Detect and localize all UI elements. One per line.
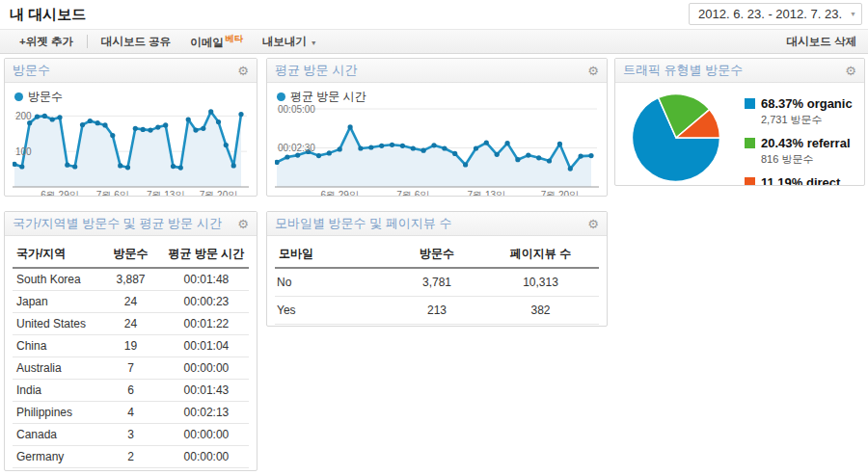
chevron-down-icon: ▼ xyxy=(311,40,317,46)
export-label: 내보내기 xyxy=(262,36,307,47)
country-table: 국가/지역방문수평균 방문 시간South Korea3,88700:01:48… xyxy=(13,240,249,471)
table-row: United States2400:01:22 xyxy=(13,313,249,335)
gear-icon[interactable]: ⚙ xyxy=(587,218,599,230)
table-cell: Philippines xyxy=(13,402,97,424)
table-row: Australia700:00:00 xyxy=(13,357,249,380)
email-label: 이메일 xyxy=(190,37,224,48)
widget-mobile-table: 모바일별 방문수 및 페이지뷰 수 ⚙ 모바일방문수페이지뷰 수No3,7811… xyxy=(266,211,608,327)
table-cell: 00:01:04 xyxy=(164,335,249,357)
date-range-text: 2012. 6. 23. - 2012. 7. 23. xyxy=(698,7,842,21)
widget-title: 평균 방문 시간 xyxy=(275,62,357,79)
table-cell: Australia xyxy=(13,357,97,380)
table-cell: 3,887 xyxy=(97,268,164,291)
share-dashboard-button[interactable]: 대시보드 공유 xyxy=(92,35,180,49)
table-cell: India xyxy=(13,380,97,402)
table-row: Canada300:00:00 xyxy=(13,424,249,446)
beta-badge: 베타 xyxy=(226,34,243,43)
table-wrap: 모바일방문수페이지뷰 수No3,78110,313Yes213382 xyxy=(267,236,607,325)
widget-header: 모바일별 방문수 및 페이지뷰 수 ⚙ xyxy=(267,212,607,236)
legend-swatch-icon xyxy=(745,98,755,109)
export-button[interactable]: 내보내기▼ xyxy=(253,35,327,49)
column-header: 페이지뷰 수 xyxy=(482,240,599,268)
widget-title: 국가/지역별 방문수 및 평균 방문 시간 xyxy=(13,215,222,232)
table-cell: 00:02:13 xyxy=(164,402,249,424)
widget-title: 트래픽 유형별 방문수 xyxy=(623,62,743,79)
svg-text:200: 200 xyxy=(15,111,32,121)
gear-icon[interactable]: ⚙ xyxy=(237,65,249,77)
table-cell: 213 xyxy=(392,297,482,325)
chevron-down-icon: ▼ xyxy=(850,11,856,17)
table-cell: 00:00:00 xyxy=(164,468,249,472)
table-cell: 00:00:00 xyxy=(164,357,249,380)
table-cell: Yes xyxy=(275,297,392,325)
legend-count: 2,731 방문수 xyxy=(761,113,853,127)
widget-header: 트래픽 유형별 방문수 ⚙ xyxy=(615,59,864,83)
pie-body: 68.37% organic2,731 방문수20.43% referral81… xyxy=(615,83,864,186)
table-cell: 3 xyxy=(97,424,164,446)
table-cell: 24 xyxy=(97,313,164,335)
table-cell: Germany xyxy=(13,446,97,468)
widget-title: 방문수 xyxy=(13,62,50,79)
table-cell: 24 xyxy=(97,291,164,313)
column-header: 국가/지역 xyxy=(13,240,97,268)
table-cell: 00:00:00 xyxy=(164,424,249,446)
chart-legend: 평균 방문 시간 xyxy=(277,89,599,104)
traffic-pie-chart[interactable] xyxy=(631,92,721,183)
widget-avg-duration: 평균 방문 시간 ⚙ 평균 방문 시간 00:02:3000:05:006월 2… xyxy=(266,58,608,197)
dashboard-toolbar: +위젯 추가 대시보드 공유 이메일베타 내보내기▼ 대시보드 삭제 xyxy=(0,29,868,54)
gear-icon[interactable]: ⚙ xyxy=(587,65,599,77)
chart-legend: 방문수 xyxy=(14,89,249,104)
visits-line-chart[interactable]: 1002006월 29일7월 6일7월 13일7월 20일 xyxy=(13,104,249,197)
table-cell: 3,781 xyxy=(392,268,482,297)
table-cell: Japan xyxy=(13,291,97,313)
mobile-table: 모바일방문수페이지뷰 수No3,78110,313Yes213382 xyxy=(275,240,599,325)
svg-text:00:05:00: 00:05:00 xyxy=(278,104,315,115)
table-cell: 00:01:22 xyxy=(164,313,249,335)
table-cell: 00:01:48 xyxy=(164,268,249,291)
table-cell: 6 xyxy=(97,380,164,402)
table-row: China1900:01:04 xyxy=(13,335,249,357)
table-cell: 2 xyxy=(97,468,164,472)
widget-header: 방문수 ⚙ xyxy=(5,59,257,83)
pie-legend-item: 68.37% organic2,731 방문수 xyxy=(745,96,853,127)
column-header: 평균 방문 시간 xyxy=(164,240,249,268)
table-cell: 19 xyxy=(97,335,164,357)
toolbar-divider xyxy=(87,35,88,48)
gear-icon[interactable]: ⚙ xyxy=(237,218,249,230)
table-row: Philippines400:02:13 xyxy=(13,402,249,424)
legend-label: 평균 방문 시간 xyxy=(290,89,366,105)
chart-body: 평균 방문 시간 00:02:3000:05:006월 29일7월 6일7월 1… xyxy=(267,83,607,197)
legend-label: 11.19% direct xyxy=(761,175,840,186)
table-wrap: 국가/지역방문수평균 방문 시간South Korea3,88700:01:48… xyxy=(5,236,257,471)
widget-traffic-type: 트래픽 유형별 방문수 ⚙ 68.37% organic2,731 방문수20.… xyxy=(614,58,865,186)
legend-swatch-icon xyxy=(745,177,755,186)
date-range-selector[interactable]: 2012. 6. 23. - 2012. 7. 23. ▼ xyxy=(689,3,862,25)
table-row: No3,78110,313 xyxy=(275,268,599,297)
widget-header: 평균 방문 시간 ⚙ xyxy=(267,59,607,83)
dashboard-canvas: 방문수 ⚙ 방문수 1002006월 29일7월 6일7월 13일7월 20일 … xyxy=(0,55,868,475)
chart-body: 방문수 1002006월 29일7월 6일7월 13일7월 20일 xyxy=(5,83,257,197)
legend-label: 방문수 xyxy=(28,89,63,105)
email-button[interactable]: 이메일베타 xyxy=(180,33,253,50)
page-header: 내 대시보드 2012. 6. 23. - 2012. 7. 23. ▼ xyxy=(0,0,868,29)
widget-title: 모바일별 방문수 및 페이지뷰 수 xyxy=(275,215,451,232)
table-cell: 382 xyxy=(482,297,599,325)
pie-chart-wrap xyxy=(631,92,721,186)
avg-duration-line-chart[interactable]: 00:02:3000:05:006월 29일7월 6일7월 13일7월 20일 xyxy=(275,104,599,197)
table-cell: United States xyxy=(13,313,97,335)
table-row: Indonesia200:00:00 xyxy=(13,468,249,472)
table-row: Yes213382 xyxy=(275,297,599,325)
table-cell: 00:01:43 xyxy=(164,380,249,402)
gear-icon[interactable]: ⚙ xyxy=(845,65,856,77)
pie-legend-item: 20.43% referral816 방문수 xyxy=(745,136,853,167)
svg-text:7월 20일: 7월 20일 xyxy=(200,190,237,197)
svg-text:100: 100 xyxy=(15,146,32,157)
table-row: Germany200:00:00 xyxy=(13,446,249,468)
table-cell: 7 xyxy=(97,357,164,380)
analytics-dashboard-page: 내 대시보드 2012. 6. 23. - 2012. 7. 23. ▼ +위젯… xyxy=(0,0,868,475)
table-row: South Korea3,88700:01:48 xyxy=(13,268,249,291)
legend-dot-icon xyxy=(14,92,23,101)
delete-dashboard-button[interactable]: 대시보드 삭제 xyxy=(787,35,858,49)
legend-dot-icon xyxy=(277,92,285,101)
add-widget-button[interactable]: +위젯 추가 xyxy=(10,35,83,49)
